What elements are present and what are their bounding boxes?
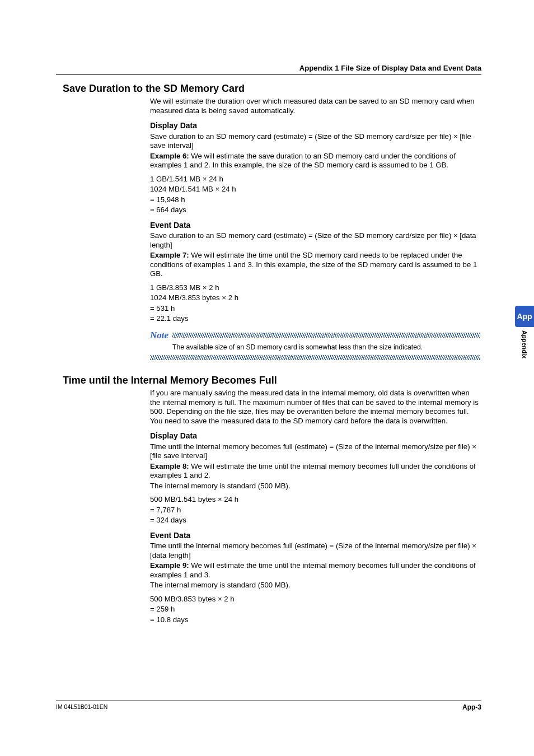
page-content: Save Duration to the SD Memory Card We w…: [63, 83, 481, 626]
note-text: The available size of an SD memory card …: [150, 341, 480, 353]
subheading-event-data: Event Data: [150, 531, 480, 541]
example-label: Example 7:: [150, 251, 189, 259]
calc-line: = 531 h: [150, 304, 480, 314]
section-heading: Save Duration to the SD Memory Card: [63, 83, 481, 95]
running-header: Appendix 1 File Size of Display Data and…: [56, 64, 481, 75]
formula-text: Save duration to an SD memory card (esti…: [150, 231, 480, 250]
footer-page-number: App-3: [462, 703, 481, 711]
running-header-text: Appendix 1 File Size of Display Data and…: [299, 64, 481, 72]
calc-line: 1024 MB/3.853 bytes × 2 h: [150, 293, 480, 303]
formula-text: Time until the internal memory becomes f…: [150, 442, 480, 461]
subheading-event-data: Event Data: [150, 221, 480, 231]
example-text: We will estimate the time until the inte…: [150, 462, 476, 480]
calc-line: = 10.8 days: [150, 615, 480, 625]
formula-text: Time until the internal memory becomes f…: [150, 542, 480, 560]
hatch-rule-icon: [150, 355, 480, 360]
section-heading: Time until the Internal Memory Becomes F…: [63, 375, 481, 386]
memory-note: The internal memory is standard (500 MB)…: [150, 482, 480, 491]
subheading-display-data: Display Data: [150, 431, 480, 441]
calc-line: 500 MB/1.541 bytes × 24 h: [150, 495, 480, 505]
example-7: Example 7: We will estimate the time unt…: [150, 251, 480, 279]
intro-text: We will estimate the duration over which…: [150, 97, 480, 115]
calc-line: = 15,948 h: [150, 195, 480, 205]
page-footer: IM 04L51B01-01EN App-3: [56, 701, 481, 711]
calc-line: = 259 h: [150, 605, 480, 614]
example-text: We will estimate the time until the inte…: [150, 561, 476, 579]
side-tab: App: [515, 306, 534, 327]
example-label: Example 9:: [150, 561, 189, 570]
calc-line: = 7,787 h: [150, 506, 480, 515]
subheading-display-data: Display Data: [150, 121, 480, 131]
section-body: We will estimate the duration over which…: [150, 97, 480, 360]
calc-line: = 324 days: [150, 516, 480, 525]
intro-text: If you are manually saving the measured …: [150, 389, 480, 426]
formula-text: Save duration to an SD memory card (esti…: [150, 132, 480, 151]
section-body: If you are manually saving the measured …: [150, 389, 480, 624]
example-6: Example 6: We will estimate the save dur…: [150, 152, 480, 170]
side-tab-label: Appendix: [521, 330, 528, 358]
memory-note: The internal memory is standard (500 MB)…: [150, 581, 480, 590]
hatch-rule-icon: [172, 333, 480, 338]
note-header: Note: [150, 329, 480, 341]
calc-line: 500 MB/3.853 bytes × 2 h: [150, 595, 480, 604]
note-block: Note The available size of an SD memory …: [150, 329, 480, 361]
calc-line: 1024 MB/1.541 MB × 24 h: [150, 185, 480, 194]
calc-line: = 22.1 days: [150, 314, 480, 324]
note-label: Note: [150, 329, 172, 341]
side-tab-text: App: [517, 312, 532, 321]
section-save-duration: Save Duration to the SD Memory Card We w…: [63, 83, 481, 360]
calc-line: 1 GB/3.853 MB × 2 h: [150, 283, 480, 293]
example-text: We will estimate the save duration to an…: [150, 152, 456, 170]
example-text: We will estimate the time until the SD m…: [150, 251, 477, 278]
footer-doc-id: IM 04L51B01-01EN: [56, 703, 107, 711]
example-label: Example 8:: [150, 462, 189, 470]
calc-line: = 664 days: [150, 206, 480, 215]
example-8: Example 8: We will estimate the time unt…: [150, 462, 480, 480]
example-9: Example 9: We will estimate the time unt…: [150, 561, 480, 580]
example-label: Example 6:: [150, 152, 189, 160]
section-internal-memory: Time until the Internal Memory Becomes F…: [63, 375, 481, 624]
calc-line: 1 GB/1.541 MB × 24 h: [150, 175, 480, 184]
